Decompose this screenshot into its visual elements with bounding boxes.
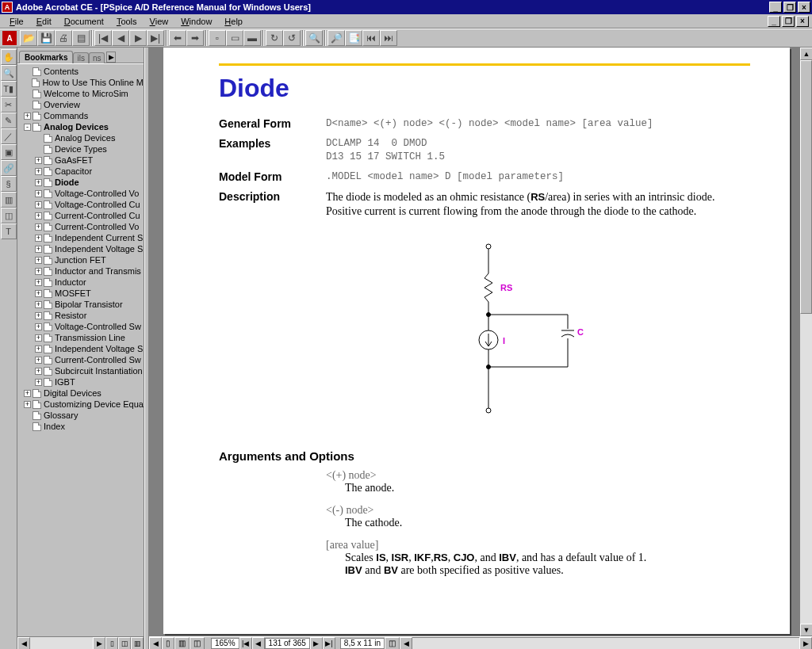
- bookmark-item[interactable]: +Independent Voltage S: [19, 343, 144, 354]
- bookmark-item[interactable]: +Bipolar Transistor: [19, 299, 144, 310]
- bookmark-item[interactable]: Overview: [19, 99, 144, 110]
- tree-toggle[interactable]: +: [35, 357, 42, 364]
- tree-toggle[interactable]: +: [35, 312, 42, 319]
- tab-bookmarks[interactable]: Bookmarks: [19, 51, 73, 63]
- find-button[interactable]: 🔍: [305, 30, 323, 46]
- zoom-field[interactable]: 165%: [211, 638, 239, 649]
- vscroll-thumb[interactable]: [800, 60, 812, 314]
- select-text-tool-button[interactable]: T▮: [1, 81, 17, 97]
- hscroll-left-button[interactable]: ◀: [17, 637, 30, 649]
- web-next-button[interactable]: ⏭: [380, 30, 397, 46]
- go-forward-button[interactable]: ➡: [186, 30, 204, 46]
- touchup-text-tool-button[interactable]: T: [1, 223, 17, 239]
- bookmark-item[interactable]: +Independent Voltage S: [19, 243, 144, 254]
- fit-page-button[interactable]: ▭: [226, 30, 243, 46]
- bookmark-item[interactable]: +Subcircuit Instantiation: [19, 365, 144, 376]
- article-tool-button[interactable]: ◫: [1, 208, 17, 223]
- menu-help[interactable]: Help: [218, 16, 249, 27]
- bookmark-item[interactable]: +Customizing Device Equa: [19, 399, 144, 410]
- bookmarks-layout-1-button[interactable]: ▯: [105, 637, 118, 649]
- document-viewport[interactable]: Diode General Form D<name> <(+) node> <(…: [149, 48, 799, 636]
- bookmark-item[interactable]: +Inductor: [19, 277, 144, 288]
- menu-window[interactable]: Window: [174, 16, 218, 27]
- bookmark-item[interactable]: +Current-Controlled Sw: [19, 354, 144, 365]
- tree-toggle[interactable]: +: [35, 190, 42, 197]
- hand-tool-button[interactable]: ✋: [1, 49, 17, 65]
- bookmark-item[interactable]: +MOSFET: [19, 288, 144, 299]
- bookmark-item[interactable]: +IGBT: [19, 376, 144, 387]
- tree-toggle[interactable]: +: [35, 179, 42, 186]
- mdi-close-button[interactable]: ×: [796, 16, 809, 27]
- tab-scroll-right-button[interactable]: ▶: [106, 52, 116, 63]
- vscroll-up-button[interactable]: ▲: [800, 48, 812, 60]
- tree-toggle[interactable]: +: [35, 246, 42, 253]
- minimize-button[interactable]: _: [769, 2, 782, 13]
- bookmark-item[interactable]: Analog Devices: [19, 132, 144, 143]
- hscroll-right-button[interactable]: ▶: [93, 637, 105, 649]
- tab-more[interactable]: ns: [89, 52, 105, 63]
- form-tool-button[interactable]: ▥: [1, 192, 17, 208]
- first-page-button[interactable]: |◀: [94, 30, 112, 46]
- bookmark-item[interactable]: +Commands: [19, 110, 144, 121]
- rotate-ccw-button[interactable]: ↺: [283, 30, 301, 46]
- page-field[interactable]: 131 of 365: [265, 638, 310, 649]
- next-page-button[interactable]: ▶: [129, 30, 147, 46]
- page-last-button[interactable]: ▶|: [323, 637, 335, 650]
- page-next-button[interactable]: ▶: [310, 637, 323, 650]
- vertical-scrollbar[interactable]: ▲ ▼: [799, 48, 812, 636]
- layout-continuous-button[interactable]: ▥: [174, 637, 190, 650]
- bookmarks-tree[interactable]: ContentsHow to Use This Online MWelcome …: [17, 63, 144, 636]
- web-search-button[interactable]: 🔎: [327, 30, 345, 46]
- go-back-button[interactable]: ⬅: [169, 30, 186, 46]
- tab-thumbnails[interactable]: ils: [73, 52, 88, 63]
- crop-tool-button[interactable]: ✂: [1, 97, 17, 113]
- bookmark-item[interactable]: -Analog Devices: [19, 121, 144, 132]
- layout-single-button[interactable]: ▯: [162, 637, 174, 650]
- bookmarks-layout-3-button[interactable]: ▥: [131, 637, 144, 649]
- bookmark-item[interactable]: Welcome to MicroSim: [19, 88, 144, 99]
- bookmark-item[interactable]: +Capacitor: [19, 166, 144, 177]
- layout-facing-button[interactable]: ◫: [190, 637, 205, 650]
- menu-tools[interactable]: Tools: [110, 16, 144, 27]
- bookmark-item[interactable]: +Transmission Line: [19, 332, 144, 343]
- tree-toggle[interactable]: +: [35, 257, 42, 264]
- bookmark-item[interactable]: +Current-Controlled Vo: [19, 221, 144, 232]
- size-units-button[interactable]: ◫: [385, 637, 400, 650]
- status-hscroll-track[interactable]: [412, 637, 799, 650]
- pencil-tool-button[interactable]: ／: [1, 128, 17, 144]
- fit-width-button[interactable]: ▬: [243, 30, 261, 46]
- tree-toggle[interactable]: +: [35, 157, 42, 164]
- stamp-tool-button[interactable]: ▣: [1, 144, 17, 160]
- menu-document[interactable]: Document: [58, 16, 110, 27]
- link-tool-button[interactable]: 🔗: [1, 160, 17, 176]
- tree-toggle[interactable]: +: [35, 334, 42, 342]
- bookmark-item[interactable]: +Diode: [19, 177, 144, 188]
- bookmark-item[interactable]: +Voltage-Controlled Vo: [19, 188, 144, 199]
- hscroll-track[interactable]: [30, 637, 93, 649]
- bookmark-item[interactable]: +Voltage-Controlled Sw: [19, 321, 144, 332]
- tree-toggle[interactable]: +: [35, 268, 42, 275]
- tree-toggle[interactable]: +: [35, 301, 42, 308]
- tree-toggle[interactable]: +: [35, 379, 42, 386]
- page-prev-button[interactable]: ◀: [252, 637, 265, 650]
- prev-page-button[interactable]: ◀: [112, 30, 129, 46]
- bookmark-item[interactable]: +Current-Controlled Cu: [19, 210, 144, 221]
- menu-edit[interactable]: Edit: [30, 16, 58, 27]
- bookmark-item[interactable]: Glossary: [19, 410, 144, 421]
- bookmark-item[interactable]: Device Types: [19, 143, 144, 155]
- status-hscroll-left2-button[interactable]: ◀: [400, 637, 412, 650]
- tree-toggle[interactable]: +: [24, 390, 31, 397]
- status-hscroll-left-button[interactable]: ◀: [149, 637, 162, 650]
- web-results-button[interactable]: 📑: [345, 30, 362, 46]
- zoom-tool-button[interactable]: 🔍: [1, 65, 17, 81]
- bookmark-item[interactable]: +Independent Current S: [19, 232, 144, 243]
- menu-view[interactable]: View: [144, 16, 175, 27]
- bookmark-item[interactable]: +Junction FET: [19, 254, 144, 265]
- tree-toggle[interactable]: +: [24, 401, 31, 408]
- bookmark-item[interactable]: How to Use This Online M: [19, 77, 144, 88]
- tree-toggle[interactable]: +: [35, 223, 42, 231]
- tree-toggle[interactable]: +: [35, 212, 42, 220]
- mdi-minimize-button[interactable]: _: [768, 16, 780, 27]
- tree-toggle[interactable]: +: [35, 368, 42, 375]
- tree-toggle[interactable]: +: [24, 113, 31, 120]
